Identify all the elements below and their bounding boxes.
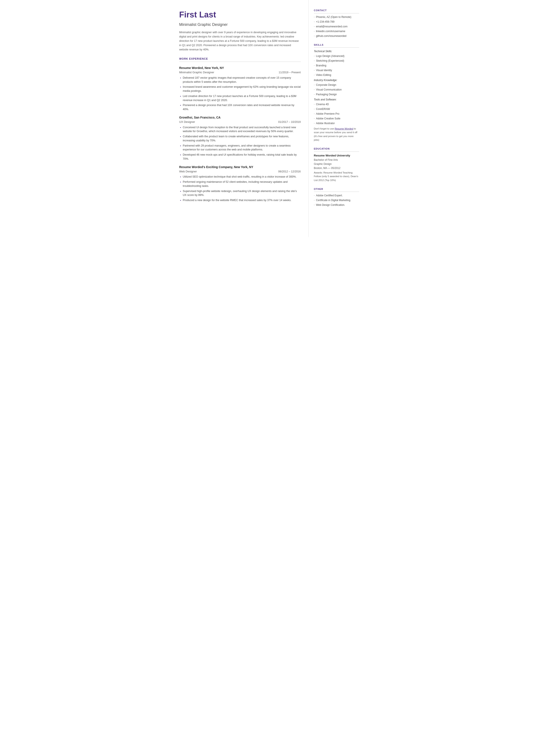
edu-field: Graphic Design: [314, 162, 359, 166]
edu-school-name: Resume Worded University: [314, 154, 359, 158]
edu-degree: Bachelor of Fine Arts: [314, 158, 359, 162]
job-3-bullet-1: Utilized SEO optimization technique that…: [180, 175, 301, 179]
industry-skills-label: Industry Knowledge:: [314, 78, 359, 82]
job-2-dates: 01/2017 – 10/2019: [278, 120, 300, 124]
contact-location: Phoenix, AZ (Open to Remote): [314, 15, 359, 19]
industry-skill-3: Packaging Design: [314, 93, 359, 96]
job-2-bullet-2: Collaborated with the product team to cr…: [180, 134, 301, 143]
edu-awards: Awards: Resume Worded Teaching Fellow (o…: [314, 171, 359, 182]
job-1-bullets: Delivered 187 vector graphic images that…: [180, 76, 301, 111]
company-2-name: Growthsi, San Francisco, CA: [179, 115, 301, 120]
job-3-bullet-3: Supervised high-profile website redesign…: [180, 189, 301, 197]
job-2-bullet-1: Conceived UI design from inception to th…: [180, 126, 301, 134]
job-1-bullet-3: Led creative direction for 17 new produc…: [180, 94, 301, 102]
other-3: Web Design Certification.: [314, 203, 359, 207]
other-1: Adobe Certified Expert.: [314, 193, 359, 197]
candidate-title: Minimalist Graphic Designer: [179, 22, 301, 28]
job-3-dates: 06/2012 – 12/2016: [278, 170, 300, 174]
other-list: Adobe Certified Expert. Certificate in D…: [314, 193, 359, 207]
edu-location: Boston, MA — 05/2012: [314, 166, 359, 170]
promo-text: Don't forget to use Resume Worded to sca…: [314, 127, 359, 142]
skill-4: Visual Identity: [314, 68, 359, 72]
work-experience-heading: WORK EXPERIENCE: [179, 57, 301, 62]
other-heading: OTHER: [314, 187, 359, 192]
job-3-bullet-2: Performed ongoing maintenance of 52 clie…: [180, 180, 301, 188]
skill-1: Logo Design (Advanced): [314, 54, 359, 58]
company-1-name: Resume Worded, New York, NY: [179, 66, 301, 70]
skills-heading: SKILLS: [314, 43, 359, 48]
job-3: Resume Worded's Exciting Company, New Yo…: [179, 165, 301, 202]
contact-phone: +1-234-456-789: [314, 20, 359, 24]
contact-github: github.com/resumeworded: [314, 34, 359, 38]
tool-4: Adobe Creative Suite: [314, 117, 359, 121]
candidate-name: First Last: [179, 9, 301, 21]
job-1-dates: 11/2019 – Present: [279, 70, 300, 74]
industry-skill-2: Visual Communication: [314, 88, 359, 92]
skill-5: Video Editing: [314, 73, 359, 77]
contact-email: email@resumeworded.com: [314, 25, 359, 28]
job-1-title-line: Minimalist Graphic Designer 11/2019 – Pr…: [179, 70, 301, 74]
other-2: Certificate in Digital Marketing.: [314, 198, 359, 202]
resume-page: First Last Minimalist Graphic Designer M…: [171, 0, 365, 237]
job-2: Growthsi, San Francisco, CA UX Designer …: [179, 115, 301, 161]
tool-1: Cinema 4D: [314, 102, 359, 106]
contact-section: CONTACT Phoenix, AZ (Open to Remote) +1-…: [314, 9, 359, 38]
job-1-bullet-4: Pioneered a design process that had 10X …: [180, 103, 301, 111]
job-3-title-line: Web Designer 06/2012 – 12/2016: [179, 169, 301, 174]
industry-skills-list: Corporate Design Visual Communication Pa…: [314, 83, 359, 96]
job-3-title: Web Designer: [179, 169, 197, 174]
tools-skills-list: Cinema 4D CorelDRAW Adobe Premiere Pro A…: [314, 102, 359, 125]
job-1-title: Minimalist Graphic Designer: [179, 70, 214, 74]
job-2-bullet-3: Partnered with 29 product managers, engi…: [180, 144, 301, 152]
job-2-title-line: UX Designer 01/2017 – 10/2019: [179, 120, 301, 124]
job-1-bullet-2: Increased brand awareness and customer e…: [180, 85, 301, 93]
promo-link[interactable]: Resume Worded: [335, 127, 353, 130]
candidate-summary: Minimalist graphic designer with over 9 …: [179, 30, 301, 52]
tool-3: Adobe Premiere Pro: [314, 112, 359, 116]
job-2-bullets: Conceived UI design from inception to th…: [180, 126, 301, 161]
job-3-bullet-4: Produced a new design for the website RW…: [180, 198, 301, 202]
skill-3: Branding: [314, 64, 359, 68]
technical-skills-label: Technical Skills:: [314, 49, 359, 53]
tool-2: CorelDRAW: [314, 107, 359, 111]
skills-section: SKILLS Technical Skills: Logo Design (Ad…: [314, 43, 359, 142]
job-2-bullet-4: Developed 46 new mock-ups and UI specifi…: [180, 153, 301, 161]
promo-pre: Don't forget to use: [314, 127, 335, 130]
skill-2: Sketching (Experienced): [314, 59, 359, 63]
work-experience-section: WORK EXPERIENCE Resume Worded, New York,…: [179, 57, 301, 202]
company-3-name: Resume Worded's Exciting Company, New Yo…: [179, 165, 301, 169]
contact-list: Phoenix, AZ (Open to Remote) +1-234-456-…: [314, 15, 359, 38]
job-2-title: UX Designer: [179, 120, 195, 124]
education-section: EDUCATION Resume Worded University Bache…: [314, 147, 359, 182]
technical-skills-list: Logo Design (Advanced) Sketching (Experi…: [314, 54, 359, 77]
tools-skills-label: Tools and Software:: [314, 98, 359, 101]
contact-heading: CONTACT: [314, 9, 359, 14]
other-section: OTHER Adobe Certified Expert. Certificat…: [314, 187, 359, 207]
job-1: Resume Worded, New York, NY Minimalist G…: [179, 66, 301, 111]
education-heading: EDUCATION: [314, 147, 359, 152]
right-column: CONTACT Phoenix, AZ (Open to Remote) +1-…: [309, 0, 365, 237]
contact-linkedin: linkedin.com/in/username: [314, 29, 359, 33]
industry-skill-1: Corporate Design: [314, 83, 359, 87]
job-3-bullets: Utilized SEO optimization technique that…: [180, 175, 301, 202]
job-1-bullet-1: Delivered 187 vector graphic images that…: [180, 76, 301, 84]
left-column: First Last Minimalist Graphic Designer M…: [171, 0, 309, 237]
tool-5: Adobe Illustrator: [314, 121, 359, 125]
